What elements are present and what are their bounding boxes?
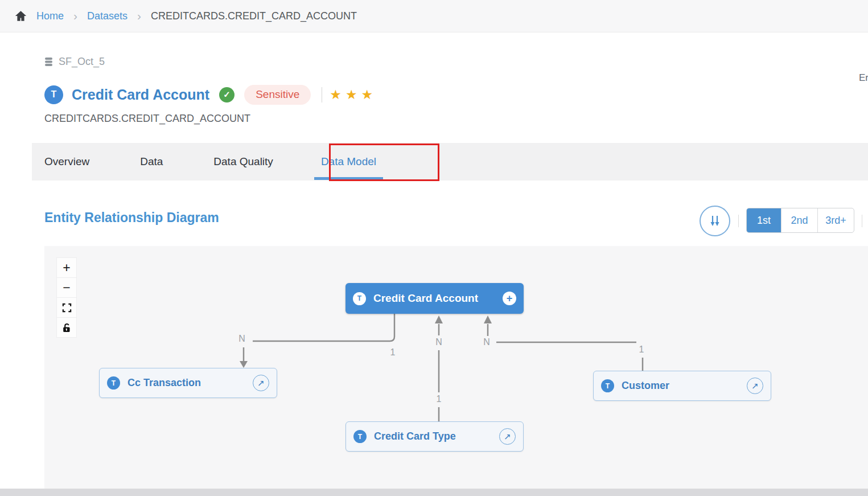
table-icon: T — [353, 430, 367, 443]
star-icon[interactable]: ★ — [361, 88, 373, 101]
auto-layout-button[interactable] — [700, 206, 730, 236]
double-down-arrow-icon — [707, 214, 722, 228]
database-icon — [44, 57, 53, 67]
erd-section-title: Entity Relationship Diagram — [44, 210, 219, 226]
tab-data-quality[interactable]: Data Quality — [207, 143, 280, 181]
add-icon[interactable]: + — [503, 292, 516, 305]
cardinality-label: N — [483, 337, 490, 347]
fit-screen-button[interactable] — [56, 297, 77, 318]
entity-label: Cc Transaction — [127, 377, 253, 389]
breadcrumb-home[interactable]: Home — [36, 10, 64, 22]
fit-screen-icon — [62, 303, 72, 313]
zoom-out-button[interactable]: − — [56, 277, 77, 298]
arrowhead-up-icon — [435, 315, 443, 323]
breadcrumb: Home › Datasets › CREDITCARDS.CREDIT_CAR… — [0, 0, 868, 32]
chevron-right-icon: › — [137, 10, 141, 23]
table-icon: T — [353, 292, 366, 305]
verified-check-icon[interactable]: ✓ — [219, 87, 235, 103]
cardinality-label: 1 — [639, 345, 644, 354]
tab-label: Data Model — [321, 155, 376, 168]
table-icon: T — [601, 379, 614, 392]
breadcrumb-current: CREDITCARDS.CREDIT_CARD_ACCOUNT — [151, 10, 357, 22]
cardinality-label: 1 — [437, 394, 442, 404]
tab-data-model[interactable]: Data Model — [314, 143, 383, 181]
lock-button[interactable] — [56, 317, 77, 338]
relationship-lines: N 1 N 1 N 1 — [44, 246, 868, 489]
degree-option-3rd[interactable]: 3rd+ — [817, 208, 854, 232]
controls-divider — [738, 215, 739, 227]
arrowhead-up-icon — [484, 315, 492, 323]
erd-canvas[interactable]: + − — [44, 246, 868, 489]
tab-bar: Overview Data Data Quality Data Model — [32, 143, 868, 181]
open-entity-icon[interactable]: ↗ — [499, 428, 516, 445]
entity-customer[interactable]: T Customer ↗ — [593, 371, 771, 401]
star-icon[interactable]: ★ — [330, 88, 342, 101]
horizontal-scrollbar[interactable] — [0, 489, 868, 496]
datasource-row[interactable]: SF_Oct_5 — [44, 56, 105, 68]
tab-label: Data Quality — [213, 155, 273, 168]
table-icon: T — [107, 376, 120, 390]
cardinality-label: N — [238, 334, 245, 343]
sensitive-badge[interactable]: Sensitive — [244, 85, 311, 105]
degree-option-2nd[interactable]: 2nd — [781, 208, 817, 232]
dataset-qualified-name: CREDITCARDS.CREDIT_CARD_ACCOUNT — [44, 113, 250, 125]
page-title: Credit Card Account — [72, 87, 209, 103]
degree-option-1st[interactable]: 1st — [747, 208, 781, 232]
entity-label: Credit Card Type — [374, 431, 499, 442]
controls-divider — [862, 215, 862, 227]
star-rating[interactable]: ★ ★ ★ — [330, 88, 373, 101]
arrowhead-down-icon — [240, 361, 248, 368]
entity-credit-card-account[interactable]: T Credit Card Account + — [345, 283, 524, 314]
entity-label: Credit Card Account — [373, 292, 503, 305]
clipped-edge-text: Er — [859, 72, 868, 84]
canvas-toolbar: + − — [56, 257, 77, 338]
tab-label: Overview — [44, 155, 89, 168]
tab-label: Data — [140, 155, 163, 168]
open-entity-icon[interactable]: ↗ — [253, 375, 269, 391]
entity-label: Customer — [622, 380, 747, 392]
dataset-title-row: T Credit Card Account ✓ Sensitive ★ ★ ★ — [44, 84, 373, 105]
entity-cc-transaction[interactable]: T Cc Transaction ↗ — [99, 368, 277, 398]
relationship-degree-toggle: 1st 2nd 3rd+ — [746, 208, 854, 233]
tab-data[interactable]: Data — [133, 143, 170, 181]
zoom-in-button[interactable]: + — [56, 257, 77, 278]
star-icon[interactable]: ★ — [345, 88, 357, 101]
open-entity-icon[interactable]: ↗ — [747, 378, 763, 394]
entity-credit-card-type[interactable]: T Credit Card Type ↗ — [345, 421, 524, 452]
unlock-icon — [61, 322, 72, 333]
breadcrumb-datasets[interactable]: Datasets — [87, 10, 127, 22]
tab-overview[interactable]: Overview — [38, 143, 96, 181]
cardinality-label: 1 — [390, 347, 396, 357]
header-divider — [322, 87, 322, 103]
datasource-name: SF_Oct_5 — [59, 56, 105, 68]
chevron-right-icon: › — [73, 10, 77, 23]
table-type-icon: T — [44, 85, 63, 104]
home-icon[interactable] — [15, 10, 27, 22]
cardinality-label: N — [435, 337, 442, 347]
